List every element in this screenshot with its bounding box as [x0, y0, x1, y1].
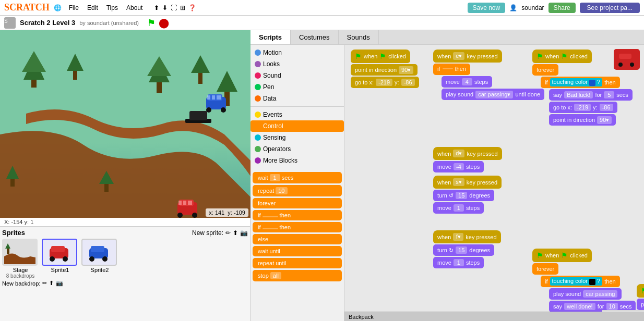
svg-rect-22 [207, 95, 210, 100]
category-sensing-label: Sensing [263, 134, 285, 141]
block-when-clicked-hat-6[interactable]: ⚑ when ⚑ clicked [532, 50, 592, 63]
block-move-1-steps-f[interactable]: move 1 steps [433, 257, 484, 268]
svg-point-45 [630, 63, 634, 67]
stage-canvas[interactable]: x: 141 y: -109 [0, 30, 251, 218]
svg-marker-15 [217, 71, 237, 92]
script-when-f-key: when f▾ key pressed turn ↻ 15 degrees mo… [433, 230, 501, 269]
sprite2-item[interactable]: Sprite2 [81, 239, 118, 279]
see-project-button[interactable]: See project pa... [580, 3, 640, 13]
stop-button[interactable]: ⬤ [159, 17, 169, 29]
topbar: SCRATCH 🌐 File Edit Tips About ⬆ ⬇ ⛶ ⊞ ❓… [0, 0, 644, 16]
category-control-label: Control [263, 122, 283, 130]
block-when-s-key-hat[interactable]: when s▾ key pressed [433, 176, 502, 189]
block-point-direction-1[interactable]: point in direction 90▾ [351, 64, 418, 76]
tab-scripts[interactable]: Scripts [251, 30, 291, 44]
tab-sounds[interactable]: Sounds [339, 30, 379, 44]
project-name[interactable]: Scratch 2 Level 3 [20, 19, 75, 27]
green-flag-button[interactable]: ⚑ [147, 17, 156, 29]
block-if-inner-e: move 4 steps play sound car passing▾ unt… [442, 76, 544, 101]
backpack-bar[interactable]: Backpack [344, 312, 644, 321]
camera-sprite-icon[interactable]: 📷 [240, 229, 248, 237]
svg-rect-29 [178, 201, 182, 205]
about-menu[interactable]: About [123, 3, 146, 13]
block-repeat[interactable]: repeat 10 [253, 185, 342, 196]
block-play-sound-7[interactable]: play sound car passing [549, 288, 622, 300]
category-operators-label: Operators [263, 145, 291, 153]
camera-backdrop-icon[interactable]: 📷 [56, 280, 63, 287]
category-more-blocks-label: More Blocks [263, 157, 297, 164]
stage-sprite-item[interactable]: Stage 8 backdrops [2, 239, 39, 279]
tabs-row: Scripts Costumes Sounds [251, 30, 644, 45]
block-when-d-key-hat[interactable]: when d▾ key pressed [433, 147, 502, 160]
block-when-clicked-hat-8[interactable]: ⚑ when ⚑ clicked [637, 284, 644, 298]
category-motion[interactable]: Motion [251, 47, 344, 58]
edit-menu[interactable]: Edit [84, 3, 101, 13]
category-more-blocks[interactable]: More Blocks [251, 155, 344, 166]
upload-backdrop-icon[interactable]: ⬆ [49, 280, 54, 287]
block-repeat-until[interactable]: repeat until [253, 258, 342, 268]
globe-icon[interactable]: 🌐 [54, 4, 62, 11]
help-icon[interactable]: ❓ [188, 4, 196, 11]
category-data-label: Data [263, 95, 276, 102]
category-control[interactable]: Control [251, 120, 344, 132]
draw-backdrop-icon[interactable]: ✏ [42, 280, 47, 287]
sprites-label: Sprites [2, 229, 25, 237]
svg-point-21 [221, 107, 226, 113]
download-icon: ⬇ [162, 4, 168, 11]
block-move-minus4-steps[interactable]: move -4 steps [433, 161, 484, 172]
code-area[interactable]: ⚑ when ⚑ clicked point in direction 90▾ … [344, 45, 644, 321]
category-pen[interactable]: Pen [251, 81, 344, 93]
block-if-then-else[interactable]: if then [253, 222, 342, 232]
block-when-e-key-hat[interactable]: when e▾ key pressed [433, 50, 502, 63]
sprites-area: Sprites New sprite: ✏ ⬆ 📷 [0, 227, 250, 321]
scratch-logo[interactable]: SCRATCH [4, 2, 50, 13]
category-events[interactable]: Events [251, 109, 344, 120]
sprite2-label: Sprite2 [81, 267, 118, 273]
block-move-1-steps-s[interactable]: move 1 steps [433, 202, 484, 214]
svg-rect-23 [212, 95, 215, 100]
tab-costumes[interactable]: Costumes [291, 30, 339, 44]
block-point-direction-6[interactable]: point in direction 90▾ [549, 114, 616, 126]
block-when-clicked-hat-1[interactable]: ⚑ when ⚑ clicked [351, 50, 410, 63]
block-when-clicked-hat-7[interactable]: ⚑ when ⚑ clicked [532, 249, 592, 262]
block-if-touching-color-6[interactable]: if touching color ? then [541, 77, 620, 88]
share-button[interactable]: Share [548, 3, 576, 13]
svg-marker-2 [22, 51, 46, 72]
file-menu[interactable]: File [66, 3, 82, 13]
draw-sprite-icon[interactable]: ✏ [225, 229, 231, 237]
block-say-bad-luck[interactable]: say Bad luck! for 5 secs [549, 89, 633, 101]
svg-point-37 [63, 256, 68, 262]
block-when-f-key-hat[interactable]: when f▾ key pressed [433, 230, 501, 243]
block-if-then-e[interactable]: if then [433, 64, 470, 75]
block-play-sound-car[interactable]: play sound car passing▾ until done [442, 89, 544, 100]
block-turn-cw-15[interactable]: turn ↻ 15 degrees [433, 244, 494, 256]
fullscreen-icon[interactable]: ⛶ [171, 4, 177, 11]
svg-rect-43 [619, 54, 631, 59]
block-stop-all[interactable]: stop all [253, 270, 342, 281]
block-if-touching-color-7[interactable]: if touching color ? then [541, 276, 620, 287]
block-move-4-steps[interactable]: move 4 steps [442, 76, 492, 88]
block-if-then[interactable]: if then [253, 210, 342, 220]
category-data[interactable]: Data [251, 93, 344, 104]
save-now-button[interactable]: Save now [468, 3, 506, 13]
category-sensing[interactable]: Sensing [251, 132, 344, 143]
block-goto-6[interactable]: go to x: -219 y: -86 [549, 102, 617, 113]
block-forever-inner-6: if touching color ? then say Bad luck! f… [541, 76, 633, 126]
block-forever-7[interactable]: forever [532, 263, 558, 275]
category-operators[interactable]: Operators [251, 143, 344, 155]
block-turn-ccw-15[interactable]: turn ↺ 15 degrees [433, 190, 494, 201]
present-icon[interactable]: ⊞ [180, 4, 185, 11]
tips-menu[interactable]: Tips [103, 3, 121, 13]
sprite1-item[interactable]: Sprite1 [42, 239, 78, 279]
block-wait-secs[interactable]: wait 1 secs [253, 172, 342, 183]
block-wait-until[interactable]: wait until [253, 246, 342, 256]
block-forever-6[interactable]: forever [532, 64, 558, 76]
block-point-direction-8[interactable]: point in direction 90▾ [637, 299, 644, 310]
category-sound[interactable]: Sound [251, 70, 344, 81]
block-else[interactable]: else [253, 234, 342, 244]
upload-sprite-icon[interactable]: ⬆ [233, 229, 238, 237]
category-looks[interactable]: Looks [251, 58, 344, 70]
block-goto-1[interactable]: go to x: -219 y: -86 [351, 77, 419, 88]
username: soundar [521, 4, 544, 11]
block-forever[interactable]: forever [253, 198, 342, 208]
